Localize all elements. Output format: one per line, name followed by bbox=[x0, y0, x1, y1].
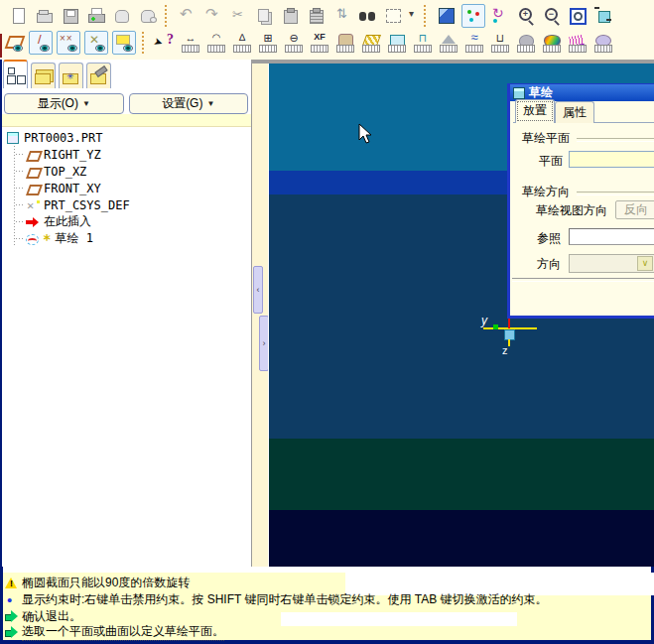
settings-menu-button[interactable]: 设置(G) ▼ bbox=[129, 93, 249, 114]
cut-icon[interactable] bbox=[228, 5, 250, 27]
context-help-icon[interactable] bbox=[154, 32, 176, 54]
point-display-icon[interactable] bbox=[57, 31, 80, 55]
refit-icon[interactable] bbox=[592, 5, 614, 27]
save-icon[interactable] bbox=[60, 5, 81, 27]
zoom-out-icon[interactable] bbox=[541, 5, 563, 27]
tree-item-PRT0003.PRT[interactable]: PRT0003.PRT bbox=[2, 129, 251, 146]
zoom-in-icon[interactable] bbox=[515, 5, 537, 27]
panel-splitter[interactable]: ‹ › bbox=[251, 64, 268, 567]
csys-display-icon[interactable] bbox=[84, 31, 108, 55]
part-icon bbox=[6, 131, 21, 145]
toolbar-row-2 bbox=[1, 29, 616, 56]
toolbar-separator bbox=[424, 5, 430, 27]
tree-item-PRT_CSYS_DEF[interactable]: PRT_CSYS_DEF bbox=[2, 196, 251, 213]
csys-y-label: y bbox=[481, 314, 487, 327]
message-text: 显示约束时:右键单击禁用约束。按 SHIFT 键同时右键单击锁定约束。使用 TA… bbox=[22, 591, 548, 608]
volume-analysis-icon[interactable] bbox=[386, 32, 408, 54]
toolbar-row-1 bbox=[6, 2, 616, 29]
email-link-icon[interactable] bbox=[137, 5, 159, 27]
tab-properties[interactable]: 属性 bbox=[555, 101, 594, 123]
channel-analysis-icon[interactable] bbox=[489, 32, 511, 54]
chevron-down-icon[interactable]: ∨ bbox=[637, 256, 653, 271]
draft-analysis-icon[interactable] bbox=[438, 32, 459, 54]
white-patch bbox=[281, 612, 517, 626]
measure-diameter-icon[interactable] bbox=[283, 32, 305, 54]
shell-analysis-icon[interactable] bbox=[515, 32, 537, 54]
reference-input[interactable] bbox=[569, 228, 654, 245]
settings-menu-label: 设置(G) bbox=[162, 95, 202, 112]
select-dropdown-icon[interactable] bbox=[409, 5, 418, 27]
display-menu-label: 显示(O) bbox=[38, 95, 78, 112]
print-icon[interactable] bbox=[85, 5, 107, 27]
view-direction-label: 草绘视图方向 bbox=[536, 202, 607, 219]
display-menu-button[interactable]: 显示(O) ▼ bbox=[4, 93, 124, 114]
zoom-fit-icon[interactable] bbox=[567, 5, 589, 27]
spin-center-icon[interactable] bbox=[461, 4, 485, 28]
surface-analysis-icon[interactable] bbox=[592, 32, 614, 54]
regenerate-icon[interactable] bbox=[331, 5, 353, 27]
redo-icon[interactable] bbox=[202, 5, 224, 27]
datum-plane-icon bbox=[26, 165, 41, 179]
curvature-comb-icon[interactable] bbox=[567, 32, 589, 54]
open-icon[interactable] bbox=[34, 5, 56, 27]
plane-input[interactable] bbox=[569, 151, 654, 168]
paste-special-icon[interactable] bbox=[306, 5, 327, 27]
navigator-tab-tools[interactable] bbox=[86, 63, 111, 88]
thickness-analysis-icon[interactable] bbox=[412, 32, 434, 54]
message-line: 确认退出。 bbox=[5, 608, 81, 624]
tree-item-RIGHT_YZ[interactable]: RIGHT_YZ bbox=[2, 146, 251, 163]
model-tree: PRT0003.PRTRIGHT_YZTOP_XZFRONT_XYPRT_CSY… bbox=[2, 127, 251, 567]
axis-display-icon[interactable] bbox=[29, 31, 53, 55]
spin-center-display-icon[interactable] bbox=[112, 31, 136, 55]
tab-placement[interactable]: 放置 bbox=[515, 99, 555, 123]
collapse-left-button[interactable]: ‹ bbox=[253, 266, 263, 314]
measure-area-icon[interactable] bbox=[257, 32, 279, 54]
navigator-tab-folder-browser[interactable] bbox=[31, 63, 56, 88]
chevron-down-icon: ▼ bbox=[82, 99, 90, 108]
splitter-line bbox=[251, 64, 252, 567]
sketch-plane-icon[interactable] bbox=[3, 32, 25, 54]
tree-item-在此插入[interactable]: 在此插入 bbox=[2, 213, 251, 230]
csys-icon bbox=[26, 198, 41, 212]
new-file-icon[interactable] bbox=[8, 5, 30, 27]
curve-analysis-icon[interactable] bbox=[463, 32, 485, 54]
tree-item-TOP_XZ[interactable]: TOP_XZ bbox=[2, 163, 251, 180]
undo-icon[interactable] bbox=[177, 5, 198, 27]
measure-length-icon[interactable] bbox=[205, 32, 227, 54]
toolbar-separator bbox=[165, 5, 171, 27]
tree-item-label: FRONT_XY bbox=[44, 182, 101, 195]
mass-properties-icon[interactable] bbox=[334, 32, 356, 54]
prompt-icon bbox=[5, 610, 19, 623]
email-model-icon[interactable] bbox=[111, 5, 133, 27]
viewport-band-darknavy bbox=[269, 510, 654, 567]
measure-transform-icon[interactable] bbox=[309, 32, 330, 54]
sketch-plane-group: 草绘平面 bbox=[522, 130, 654, 147]
paste-icon[interactable] bbox=[280, 5, 302, 27]
tree-connector-line bbox=[14, 143, 15, 246]
shaded-view-icon[interactable] bbox=[436, 5, 458, 27]
reorient-icon[interactable] bbox=[489, 5, 511, 27]
flip-button[interactable]: 反向 bbox=[615, 200, 654, 219]
navigator-tab-favorites[interactable] bbox=[59, 63, 83, 88]
datum-plane-icon bbox=[26, 148, 41, 162]
measure-distance-icon[interactable] bbox=[180, 32, 201, 54]
dialog-tabbar: 放置 属性 bbox=[515, 104, 594, 123]
navigator-tabbar bbox=[3, 61, 114, 88]
plane-label: 平面 bbox=[539, 153, 563, 170]
select-box-icon[interactable] bbox=[383, 5, 405, 27]
section-analysis-icon[interactable] bbox=[360, 32, 382, 54]
tree-item-label: 草绘 1 bbox=[55, 230, 92, 247]
color-map-analysis-icon[interactable] bbox=[541, 32, 563, 54]
datum-plane-icon bbox=[26, 182, 41, 195]
insert-here-icon bbox=[26, 215, 41, 229]
tree-header-strip bbox=[2, 114, 251, 127]
navigator-tab-model-tree[interactable] bbox=[3, 60, 28, 88]
message-text: 确认退出。 bbox=[22, 608, 81, 625]
tree-item-label: RIGHT_YZ bbox=[44, 148, 101, 162]
copy-icon[interactable] bbox=[254, 5, 276, 27]
find-icon[interactable] bbox=[357, 5, 379, 27]
measure-angle-icon[interactable] bbox=[231, 32, 253, 54]
tree-item-草绘 1[interactable]: *草绘 1 bbox=[2, 230, 251, 247]
message-line: 显示约束时:右键单击禁用约束。按 SHIFT 键同时右键单击锁定约束。使用 TA… bbox=[5, 591, 548, 607]
tree-item-FRONT_XY[interactable]: FRONT_XY bbox=[2, 180, 251, 196]
